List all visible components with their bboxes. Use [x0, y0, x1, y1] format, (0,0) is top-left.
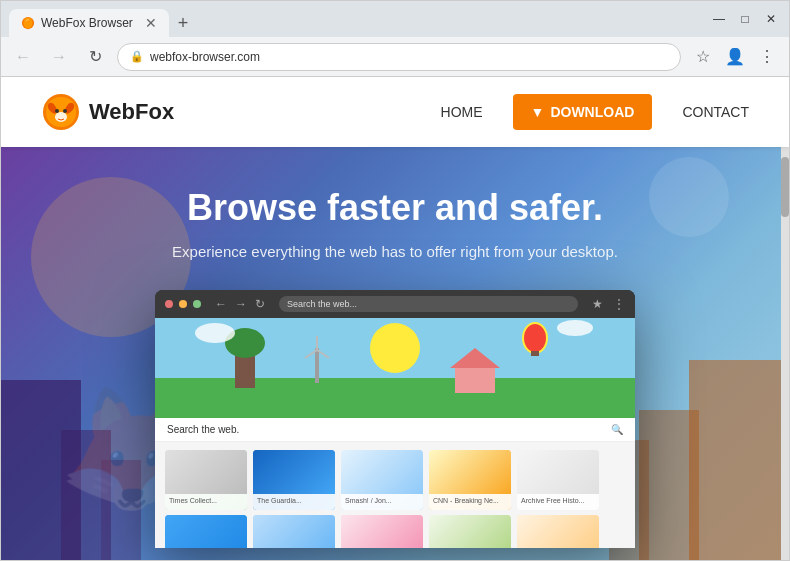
mockup-search-text: Search the web...: [287, 299, 357, 309]
svg-point-20: [557, 320, 593, 336]
mockup-star-icon: ★: [592, 297, 603, 311]
browser-window: WebFox Browser ✕ + — □ ✕ ← → ↻ 🔒 webfox-…: [0, 0, 790, 561]
mockup-menu-icon: ⋮: [613, 297, 625, 311]
download-arrow-icon: ▼: [531, 104, 545, 120]
mockup-thumbnails: Times Collect... The Guardia... Smash! /…: [155, 442, 635, 548]
scrollbar-thumb[interactable]: [781, 157, 789, 217]
address-bar-actions: ☆ 👤 ⋮: [689, 43, 781, 71]
svg-point-19: [195, 323, 235, 343]
back-button[interactable]: ←: [9, 43, 37, 71]
thumb-3-label: Smash! / Jon...: [341, 494, 423, 510]
mockup-search-input: Search the web.: [167, 424, 611, 435]
nav-home-link[interactable]: HOME: [441, 104, 483, 120]
tab-area: WebFox Browser ✕ +: [9, 1, 701, 37]
browser-content: WebFox HOME ▼ DOWNLOAD CONTACT: [1, 77, 789, 560]
mockup-nav-buttons: ← → ↻: [215, 297, 265, 311]
url-bar[interactable]: 🔒 webfox-browser.com: [117, 43, 681, 71]
site-logo: WebFox: [41, 92, 174, 132]
website: WebFox HOME ▼ DOWNLOAD CONTACT: [1, 77, 789, 560]
thumb-9: [429, 515, 511, 548]
webfox-logo-icon: [41, 92, 81, 132]
thumb-2-label: The Guardia...: [253, 494, 335, 510]
svg-rect-18: [531, 351, 539, 356]
thumb-2: The Guardia...: [253, 450, 335, 510]
mockup-forward-icon: →: [235, 297, 247, 311]
mockup-search-bar: Search the web. 🔍: [155, 418, 635, 442]
mockup-titlebar: ← → ↻ Search the web... ★ ⋮: [155, 290, 635, 318]
thumb-10: [517, 515, 599, 548]
mockup-url-bar: Search the web...: [279, 296, 578, 312]
star-button[interactable]: ☆: [689, 43, 717, 71]
mockup-dot-green: [193, 300, 201, 308]
site-navbar: WebFox HOME ▼ DOWNLOAD CONTACT: [1, 77, 789, 147]
mockup-body: Search the web. 🔍 Times Collect...: [155, 318, 635, 548]
thumb-8: Contact Hunter / Th...: [341, 515, 423, 548]
tab-favicon-icon: [21, 16, 35, 30]
lock-icon: 🔒: [130, 50, 144, 63]
svg-rect-7: [155, 378, 635, 418]
mockup-dot-yellow: [179, 300, 187, 308]
thumb-4: CNN - Breaking Ne...: [429, 450, 511, 510]
hero-text: Browse faster and safer. Experience ever…: [172, 187, 618, 290]
download-label: DOWNLOAD: [550, 104, 634, 120]
thumb-row-2: The world's leading... Linux Station Nex…: [165, 515, 625, 548]
thumb-6: The world's leading...: [165, 515, 247, 548]
title-bar: WebFox Browser ✕ + — □ ✕: [1, 1, 789, 37]
tab-label: WebFox Browser: [41, 16, 133, 30]
svg-point-3: [55, 109, 59, 113]
thumb-7: Linux Station Next...: [253, 515, 335, 548]
thumb-5: Archive Free Histo...: [517, 450, 599, 510]
mockup-refresh-icon: ↻: [255, 297, 265, 311]
hero-section: 🦊 Browse faster and safer. Experience ev…: [1, 147, 789, 560]
browser-mockup: ← → ↻ Search the web... ★ ⋮: [155, 290, 635, 548]
browser-tab[interactable]: WebFox Browser ✕: [9, 9, 169, 37]
profile-button[interactable]: 👤: [721, 43, 749, 71]
mockup-landscape: [155, 318, 635, 418]
forward-button[interactable]: →: [45, 43, 73, 71]
close-button[interactable]: ✕: [761, 9, 781, 29]
menu-button[interactable]: ⋮: [753, 43, 781, 71]
nav-contact-link[interactable]: CONTACT: [682, 104, 749, 120]
url-text: webfox-browser.com: [150, 50, 260, 64]
thumb-5-label: Archive Free Histo...: [517, 494, 599, 510]
svg-point-4: [63, 109, 67, 113]
thumb-4-label: CNN - Breaking Ne...: [429, 494, 511, 510]
thumb-1: Times Collect...: [165, 450, 247, 510]
mockup-search-icon: 🔍: [611, 424, 623, 435]
download-button[interactable]: ▼ DOWNLOAD: [513, 94, 653, 130]
mockup-back-icon: ←: [215, 297, 227, 311]
building-right-1: [689, 360, 789, 560]
thumb-3: Smash! / Jon...: [341, 450, 423, 510]
hero-title: Browse faster and safer.: [172, 187, 618, 229]
address-bar: ← → ↻ 🔒 webfox-browser.com ☆ 👤 ⋮: [1, 37, 789, 77]
thumb-1-label: Times Collect...: [165, 494, 247, 510]
new-tab-button[interactable]: +: [169, 9, 197, 37]
thumb-row-1: Times Collect... The Guardia... Smash! /…: [165, 450, 625, 510]
browser-scrollbar[interactable]: [781, 147, 789, 560]
svg-point-6: [370, 323, 420, 373]
minimize-button[interactable]: —: [709, 9, 729, 29]
tab-close-button[interactable]: ✕: [145, 15, 157, 31]
window-controls: — □ ✕: [709, 9, 781, 29]
mockup-dot-red: [165, 300, 173, 308]
svg-rect-12: [315, 348, 319, 383]
site-nav-links: HOME ▼ DOWNLOAD CONTACT: [441, 94, 749, 130]
refresh-button[interactable]: ↻: [81, 43, 109, 71]
hero-subtitle: Experience everything the web has to off…: [172, 243, 618, 260]
maximize-button[interactable]: □: [735, 9, 755, 29]
svg-rect-10: [455, 368, 495, 393]
site-logo-text: WebFox: [89, 99, 174, 125]
circle-deco-2: [649, 157, 729, 237]
